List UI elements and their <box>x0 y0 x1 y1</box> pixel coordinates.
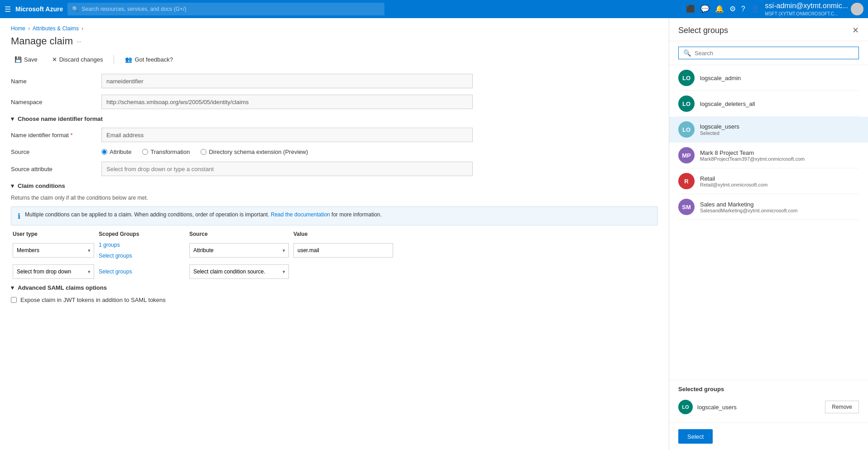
group-avatar: LO <box>678 96 695 112</box>
page-title-more-options[interactable]: ··· <box>77 38 82 45</box>
attribute-radio[interactable] <box>101 149 107 155</box>
group-item-retail[interactable]: R Retail Retail@xytmt.onmicrosoft.com <box>678 168 859 194</box>
attribute-radio-item[interactable]: Attribute <box>101 148 131 155</box>
help-icon[interactable]: ? <box>741 5 745 13</box>
selected-groups-title: Selected groups <box>678 386 859 393</box>
source-attribute-label: Source attribute <box>11 166 101 172</box>
group-info: Mark 8 Project Team Mark8ProjectTeam397@… <box>700 149 805 162</box>
info-text: Multiple conditions can be applied to a … <box>25 211 382 218</box>
group-item-logscale-users[interactable]: LO logscale_users Selected <box>669 117 868 143</box>
group-info: logscale_users Selected <box>700 123 739 136</box>
groups-count-link[interactable]: 1 groups <box>99 240 185 250</box>
group-name: logscale_users <box>700 123 739 130</box>
source-label: Source <box>11 148 101 155</box>
source-radio-group: Attribute Transformation Directory schem… <box>101 148 308 155</box>
user-type-dropdown-wrap-2: Select from drop down <box>13 264 94 279</box>
name-label: Name <box>11 78 101 85</box>
page-title: Manage claim <box>11 35 73 47</box>
scoped-groups-cell-2: Select groups <box>99 267 185 277</box>
chevron-down-advanced-icon: ▾ <box>11 284 14 291</box>
transformation-radio-item[interactable]: Transformation <box>142 148 190 155</box>
source-row: Source Attribute Transformation Director… <box>11 148 658 155</box>
source-condition-select-2[interactable]: Select claim condition source. <box>189 264 289 279</box>
read-documentation-link[interactable]: Read the documentation <box>271 211 330 218</box>
select-groups-link-2[interactable]: Select groups <box>99 267 185 277</box>
directory-radio-item[interactable]: Directory schema extension (Preview) <box>201 148 308 155</box>
global-search-bar[interactable]: 🔍 <box>67 3 384 15</box>
source-attribute-input[interactable] <box>101 162 473 176</box>
group-item-mark8[interactable]: MP Mark 8 Project Team Mark8ProjectTeam3… <box>678 143 859 168</box>
group-item-sales-marketing[interactable]: SM Sales and Marketing SalesandMarketing… <box>678 194 859 220</box>
group-avatar: LO <box>678 70 695 86</box>
group-avatar: LO <box>678 121 695 138</box>
user-type-header: User type <box>13 231 94 237</box>
hamburger-menu[interactable]: ☰ <box>5 5 11 14</box>
global-search-input[interactable] <box>82 6 380 12</box>
settings-icon[interactable]: ⚙ <box>729 5 736 13</box>
remove-group-button[interactable]: Remove <box>825 401 859 413</box>
name-field-row: Name <box>11 74 658 88</box>
group-email: Retail@xytmt.onmicrosoft.com <box>700 182 767 187</box>
name-input[interactable] <box>101 74 473 88</box>
feedback-icon-btn: 👥 <box>125 56 132 63</box>
name-identifier-section-header[interactable]: ▾ Choose name identifier format <box>11 115 658 122</box>
group-selected-label: Selected <box>700 130 739 136</box>
breadcrumb-attributes-claims[interactable]: Attributes & Claims <box>33 25 79 32</box>
panel-search-input[interactable] <box>695 50 854 57</box>
value-input[interactable] <box>293 243 393 258</box>
namespace-input[interactable] <box>101 95 473 109</box>
group-avatar: MP <box>678 147 695 163</box>
advanced-saml-section-header[interactable]: ▾ Advanced SAML claims options <box>11 284 658 291</box>
save-button[interactable]: 💾 Save <box>11 54 41 65</box>
breadcrumb: Home › Attributes & Claims › <box>11 25 658 32</box>
info-box: ℹ Multiple conditions can be applied to … <box>11 206 658 225</box>
group-info: logscale_deleters_all <box>700 101 755 107</box>
transformation-radio[interactable] <box>142 149 148 155</box>
group-name: Mark 8 Project Team <box>700 149 805 156</box>
claim-conditions-section-header[interactable]: ▾ Claim conditions <box>11 182 658 189</box>
toolbar: 💾 Save ✕ Discard changes 👥 Got feedback? <box>11 54 658 65</box>
source-dropdown-wrap-2: Select claim condition source. <box>189 264 289 279</box>
group-email: SalesandMarketing@xytmt.onmicrosoft.com <box>700 208 797 213</box>
user-profile[interactable]: ssi-admin@xytmt.onmic... MSFT (XYTMT.ONM… <box>765 1 863 17</box>
discard-changes-button[interactable]: ✕ Discard changes <box>48 54 107 65</box>
feedback-button[interactable]: 👥 Got feedback? <box>121 54 177 65</box>
group-info: logscale_admin <box>700 75 741 81</box>
expose-claim-label: Expose claim in JWT tokens in addition t… <box>20 297 166 303</box>
directory-radio[interactable] <box>201 149 206 155</box>
main-content: Home › Attributes & Claims › Manage clai… <box>0 18 669 450</box>
brand-logo: Microsoft Azure <box>15 5 63 13</box>
group-item-logscale-deleters[interactable]: LO logscale_deleters_all <box>678 91 859 117</box>
selected-groups-section: Selected groups LO logscale_users Remove <box>669 380 868 422</box>
conditions-description: Returns the claim only if all the condit… <box>11 195 658 201</box>
notifications-icon[interactable]: 🔔 <box>715 5 724 13</box>
select-groups-panel: Select groups ✕ 🔍 LO logscale_admin LO l <box>669 18 868 450</box>
source-attribute-row: Source attribute <box>11 162 658 176</box>
group-item-logscale-admin[interactable]: LO logscale_admin <box>678 65 859 91</box>
selected-group-avatar: LO <box>678 400 693 414</box>
scoped-groups-header: Scoped Groups <box>99 231 185 237</box>
toolbar-separator <box>114 55 114 64</box>
name-identifier-format-row: Name identifier format <box>11 128 658 142</box>
user-profile-icon[interactable]: 👤 <box>751 5 760 13</box>
breadcrumb-home[interactable]: Home <box>11 25 25 32</box>
group-email: Mark8ProjectTeam397@xytmt.onmicrosoft.co… <box>700 156 805 162</box>
panel-close-button[interactable]: ✕ <box>852 25 859 35</box>
name-identifier-format-label: Name identifier format <box>11 132 101 139</box>
source-condition-select[interactable]: Attribute <box>189 243 289 258</box>
top-navigation: ☰ Microsoft Azure 🔍 ⬛ 💬 🔔 ⚙ ? 👤 ssi-admi… <box>0 0 868 18</box>
user-type-select[interactable]: Members <box>13 243 94 258</box>
user-type-select-2[interactable]: Select from drop down <box>13 264 94 279</box>
group-name: logscale_admin <box>700 75 741 81</box>
condition-row-2: Select from drop down Select groups Sele… <box>11 264 658 279</box>
cloud-shell-icon[interactable]: ⬛ <box>686 5 695 13</box>
select-button[interactable]: Select <box>678 429 713 444</box>
feedback-icon[interactable]: 💬 <box>700 5 710 13</box>
attribute-radio-label: Attribute <box>110 148 131 155</box>
expose-claim-checkbox[interactable] <box>11 297 17 303</box>
select-groups-link[interactable]: Select groups <box>99 251 185 261</box>
group-avatar: SM <box>678 199 695 215</box>
group-name: Sales and Marketing <box>700 201 797 208</box>
value-cell <box>293 243 393 258</box>
name-identifier-format-input[interactable] <box>101 128 473 142</box>
